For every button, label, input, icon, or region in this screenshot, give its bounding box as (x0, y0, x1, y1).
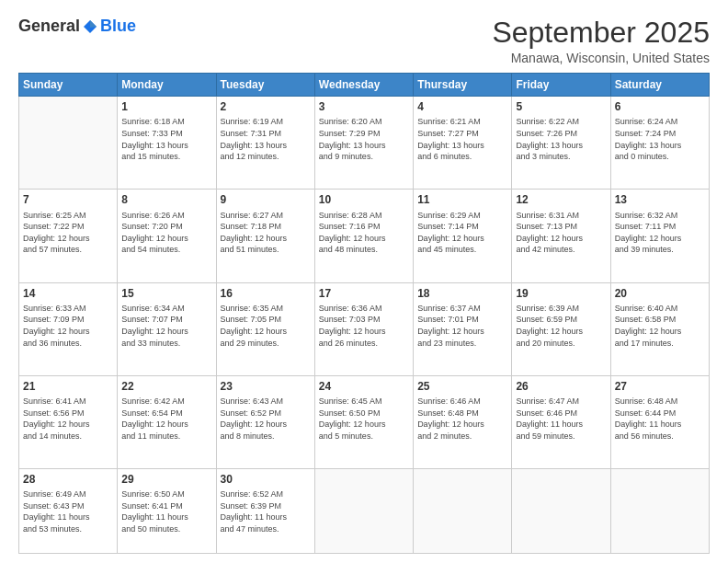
day-number: 12 (516, 192, 606, 207)
calendar-cell (414, 468, 512, 553)
day-info: Sunrise: 6:45 AM Sunset: 6:50 PM Dayligh… (319, 396, 409, 442)
day-number: 25 (417, 379, 507, 394)
day-number: 21 (23, 379, 113, 394)
day-info: Sunrise: 6:50 AM Sunset: 6:41 PM Dayligh… (121, 488, 211, 534)
day-number: 14 (23, 286, 113, 301)
day-number: 16 (221, 286, 311, 301)
day-info: Sunrise: 6:26 AM Sunset: 7:20 PM Dayligh… (121, 210, 211, 256)
day-number: 19 (516, 286, 606, 301)
day-number: 15 (121, 286, 211, 301)
day-number: 26 (516, 379, 606, 394)
day-info: Sunrise: 6:31 AM Sunset: 7:13 PM Dayligh… (516, 210, 606, 256)
calendar-cell: 12Sunrise: 6:31 AM Sunset: 7:13 PM Dayli… (512, 190, 610, 282)
day-info: Sunrise: 6:49 AM Sunset: 6:43 PM Dayligh… (23, 488, 113, 534)
day-info: Sunrise: 6:20 AM Sunset: 7:29 PM Dayligh… (319, 116, 409, 162)
day-info: Sunrise: 6:46 AM Sunset: 6:48 PM Dayligh… (417, 396, 507, 442)
calendar-cell: 27Sunrise: 6:48 AM Sunset: 6:44 PM Dayli… (610, 375, 709, 468)
calendar-cell: 25Sunrise: 6:46 AM Sunset: 6:48 PM Dayli… (414, 375, 512, 468)
day-info: Sunrise: 6:27 AM Sunset: 7:18 PM Dayligh… (221, 210, 311, 256)
calendar-header-row: SundayMondayTuesdayWednesdayThursdayFrid… (19, 74, 710, 97)
day-number: 20 (615, 286, 705, 301)
logo-blue-text: Blue (100, 17, 136, 36)
day-info: Sunrise: 6:21 AM Sunset: 7:27 PM Dayligh… (417, 116, 507, 162)
month-title: September 2025 (492, 17, 710, 49)
day-info: Sunrise: 6:33 AM Sunset: 7:09 PM Dayligh… (23, 303, 113, 349)
day-info: Sunrise: 6:52 AM Sunset: 6:39 PM Dayligh… (221, 488, 311, 534)
day-info: Sunrise: 6:28 AM Sunset: 7:16 PM Dayligh… (319, 210, 409, 256)
day-number: 4 (417, 99, 507, 114)
day-number: 27 (615, 379, 705, 394)
calendar-cell: 22Sunrise: 6:42 AM Sunset: 6:54 PM Dayli… (118, 375, 216, 468)
day-number: 17 (319, 286, 409, 301)
day-info: Sunrise: 6:32 AM Sunset: 7:11 PM Dayligh… (615, 210, 705, 256)
calendar-cell: 23Sunrise: 6:43 AM Sunset: 6:52 PM Dayli… (216, 375, 314, 468)
calendar-cell: 6Sunrise: 6:24 AM Sunset: 7:24 PM Daylig… (610, 97, 709, 190)
calendar-week-row: 14Sunrise: 6:33 AM Sunset: 7:09 PM Dayli… (19, 282, 710, 375)
calendar-cell: 14Sunrise: 6:33 AM Sunset: 7:09 PM Dayli… (19, 282, 118, 375)
calendar-cell: 3Sunrise: 6:20 AM Sunset: 7:29 PM Daylig… (314, 97, 413, 190)
day-info: Sunrise: 6:19 AM Sunset: 7:31 PM Dayligh… (221, 116, 311, 162)
calendar-cell: 19Sunrise: 6:39 AM Sunset: 6:59 PM Dayli… (512, 282, 610, 375)
day-number: 11 (417, 192, 507, 207)
calendar-cell: 9Sunrise: 6:27 AM Sunset: 7:18 PM Daylig… (216, 190, 314, 282)
svg-marker-1 (90, 20, 97, 28)
calendar-week-row: 1Sunrise: 6:18 AM Sunset: 7:33 PM Daylig… (19, 97, 710, 190)
day-number: 2 (221, 99, 311, 114)
calendar-cell: 21Sunrise: 6:41 AM Sunset: 6:56 PM Dayli… (19, 375, 118, 468)
calendar-cell: 20Sunrise: 6:40 AM Sunset: 6:58 PM Dayli… (610, 282, 709, 375)
day-number: 1 (121, 99, 211, 114)
calendar-cell: 2Sunrise: 6:19 AM Sunset: 7:31 PM Daylig… (216, 97, 314, 190)
day-info: Sunrise: 6:39 AM Sunset: 6:59 PM Dayligh… (516, 303, 606, 349)
calendar-day-header: Thursday (414, 74, 512, 97)
day-info: Sunrise: 6:41 AM Sunset: 6:56 PM Dayligh… (23, 396, 113, 442)
day-number: 28 (23, 472, 113, 487)
day-number: 10 (319, 192, 409, 207)
day-number: 13 (615, 192, 705, 207)
day-info: Sunrise: 6:43 AM Sunset: 6:52 PM Dayligh… (221, 396, 311, 442)
logo-general-text: General (18, 17, 80, 36)
day-info: Sunrise: 6:35 AM Sunset: 7:05 PM Dayligh… (221, 303, 311, 349)
calendar-table: SundayMondayTuesdayWednesdayThursdayFrid… (18, 73, 710, 554)
day-info: Sunrise: 6:25 AM Sunset: 7:22 PM Dayligh… (23, 210, 113, 256)
day-info: Sunrise: 6:34 AM Sunset: 7:07 PM Dayligh… (121, 303, 211, 349)
calendar-week-row: 21Sunrise: 6:41 AM Sunset: 6:56 PM Dayli… (19, 375, 710, 468)
calendar-cell: 8Sunrise: 6:26 AM Sunset: 7:20 PM Daylig… (118, 190, 216, 282)
day-info: Sunrise: 6:47 AM Sunset: 6:46 PM Dayligh… (516, 396, 606, 442)
calendar-cell (314, 468, 413, 553)
calendar-cell: 26Sunrise: 6:47 AM Sunset: 6:46 PM Dayli… (512, 375, 610, 468)
header: General Blue September 2025 Manawa, Wisc… (18, 17, 710, 65)
page: General Blue September 2025 Manawa, Wisc… (0, 0, 728, 563)
calendar-day-header: Tuesday (216, 74, 314, 97)
location-title: Manawa, Wisconsin, United States (492, 51, 710, 65)
day-info: Sunrise: 6:24 AM Sunset: 7:24 PM Dayligh… (615, 116, 705, 162)
calendar-day-header: Saturday (610, 74, 709, 97)
calendar-cell (512, 468, 610, 553)
day-number: 29 (121, 472, 211, 487)
calendar-cell: 29Sunrise: 6:50 AM Sunset: 6:41 PM Dayli… (118, 468, 216, 553)
calendar-day-header: Monday (118, 74, 216, 97)
calendar-cell: 24Sunrise: 6:45 AM Sunset: 6:50 PM Dayli… (314, 375, 413, 468)
calendar-day-header: Wednesday (314, 74, 413, 97)
day-number: 23 (221, 379, 311, 394)
day-info: Sunrise: 6:42 AM Sunset: 6:54 PM Dayligh… (121, 396, 211, 442)
calendar-cell: 17Sunrise: 6:36 AM Sunset: 7:03 PM Dayli… (314, 282, 413, 375)
day-number: 6 (615, 99, 705, 114)
calendar-week-row: 7Sunrise: 6:25 AM Sunset: 7:22 PM Daylig… (19, 190, 710, 282)
day-info: Sunrise: 6:36 AM Sunset: 7:03 PM Dayligh… (319, 303, 409, 349)
calendar-week-row: 28Sunrise: 6:49 AM Sunset: 6:43 PM Dayli… (19, 468, 710, 553)
calendar-cell: 10Sunrise: 6:28 AM Sunset: 7:16 PM Dayli… (314, 190, 413, 282)
calendar-cell: 11Sunrise: 6:29 AM Sunset: 7:14 PM Dayli… (414, 190, 512, 282)
day-info: Sunrise: 6:48 AM Sunset: 6:44 PM Dayligh… (615, 396, 705, 442)
day-number: 30 (221, 472, 311, 487)
day-number: 3 (319, 99, 409, 114)
day-info: Sunrise: 6:29 AM Sunset: 7:14 PM Dayligh… (417, 210, 507, 256)
calendar-cell: 13Sunrise: 6:32 AM Sunset: 7:11 PM Dayli… (610, 190, 709, 282)
calendar-cell: 16Sunrise: 6:35 AM Sunset: 7:05 PM Dayli… (216, 282, 314, 375)
calendar-day-header: Friday (512, 74, 610, 97)
calendar-cell: 4Sunrise: 6:21 AM Sunset: 7:27 PM Daylig… (414, 97, 512, 190)
day-info: Sunrise: 6:37 AM Sunset: 7:01 PM Dayligh… (417, 303, 507, 349)
day-info: Sunrise: 6:18 AM Sunset: 7:33 PM Dayligh… (121, 116, 211, 162)
day-info: Sunrise: 6:40 AM Sunset: 6:58 PM Dayligh… (615, 303, 705, 349)
calendar-cell: 30Sunrise: 6:52 AM Sunset: 6:39 PM Dayli… (216, 468, 314, 553)
calendar-cell (19, 97, 118, 190)
